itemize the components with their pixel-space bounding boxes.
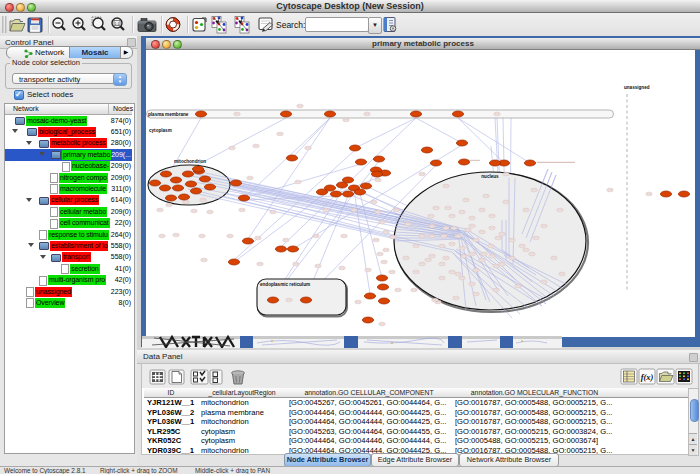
svg-text:cytoplasm: cytoplasm [149,128,172,133]
svg-text:mitochondrion: mitochondrion [174,159,206,164]
svg-text:1:1: 1:1 [115,22,120,26]
svg-text:endoplasmic reticulum: endoplasmic reticulum [260,282,310,287]
svg-text:nucleus: nucleus [481,174,499,179]
svg-text:f(x): f(x) [641,372,654,382]
svg-text:plasma membrane: plasma membrane [148,112,189,117]
svg-text:unassigned: unassigned [624,85,650,90]
